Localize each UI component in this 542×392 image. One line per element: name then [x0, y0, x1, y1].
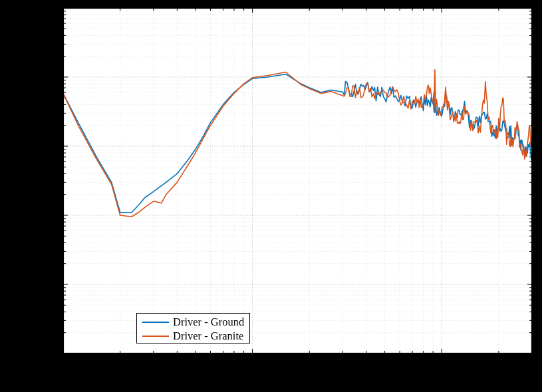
legend: Driver - Ground Driver - Granite [136, 313, 250, 343]
plot-svg [63, 8, 532, 353]
chart-container: Driver - Ground Driver - Granite [0, 0, 542, 392]
legend-swatch-granite [142, 336, 169, 337]
legend-item-granite: Driver - Granite [142, 329, 244, 343]
svg-rect-200 [64, 9, 532, 353]
legend-label-granite: Driver - Granite [173, 329, 243, 343]
plot-area: Driver - Ground Driver - Granite [63, 8, 532, 353]
legend-item-ground: Driver - Ground [142, 315, 244, 329]
legend-swatch-ground [142, 322, 169, 323]
legend-label-ground: Driver - Ground [173, 315, 244, 329]
